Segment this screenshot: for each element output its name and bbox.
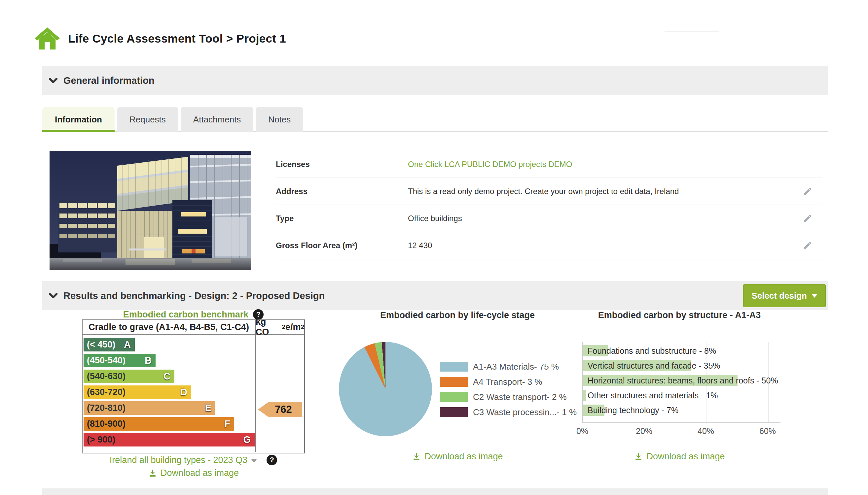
band-letter: B (145, 355, 152, 366)
band-range: (540-630) (84, 371, 126, 381)
lca-project-page: Life Cycle Assessment Tool > Project 1 G… (0, 0, 868, 495)
info-row-3: Gross Floor Area (m²)12 430 (276, 232, 822, 259)
tabs: InformationRequestsAttachmentsNotes (42, 107, 303, 132)
info-row-1: AddressThis is a read only demo project.… (276, 178, 822, 205)
breadcrumb-title[interactable]: Life Cycle Assessment Tool > Project 1 (68, 32, 286, 45)
benchmark-source-link[interactable]: Ireland all building types - 2023 Q3 (110, 455, 247, 465)
results-header[interactable]: Results and benchmarking - Design: 2 - P… (42, 281, 828, 310)
download-icon (148, 468, 157, 478)
axis-tick-label: 40% (698, 426, 714, 436)
benchmark-value: 762 (275, 404, 292, 415)
info-value: Office buildings (408, 214, 462, 223)
benchmark-band-d: (630-720)D (84, 386, 191, 399)
info-label: Address (276, 187, 408, 196)
legend-label: C3 Waste processin...- 1 % (473, 407, 577, 417)
band-range: (810-900) (84, 419, 126, 429)
tab-attachments[interactable]: Attachments (181, 107, 253, 132)
benchmark-band-b: (450-540)B (84, 354, 155, 367)
download-label: Download as image (161, 468, 239, 478)
legend-swatch (440, 392, 468, 402)
legend-label: C2 Waste transport- 2 % (473, 392, 567, 402)
tab-requests[interactable]: Requests (117, 107, 178, 132)
info-value: This is a read only demo project. Create… (408, 187, 679, 196)
legend-swatch (440, 377, 468, 387)
download-icon (412, 452, 421, 461)
benchmark-source-row: Ireland all building types - 2023 Q3 ? (82, 455, 305, 465)
structure-bar-label: Building technology - 7% (588, 406, 678, 415)
benchmark-header-scope: Cradle to grave (A1-A4, B4-B5, C1-C4) (83, 320, 255, 334)
info-row-0: LicensesOne Click LCA PUBLIC DEMO projec… (276, 151, 822, 178)
benchmark-table-header: Cradle to grave (A1-A4, B4-B5, C1-C4) kg… (83, 320, 304, 335)
download-label: Download as image (646, 451, 725, 462)
lifecycle-pie-chart (339, 342, 432, 436)
structure-bar-label: Foundations and substructure - 8% (588, 346, 716, 356)
legend-item-0[interactable]: A1-A3 Materials- 75 % (440, 359, 577, 374)
info-row-2: TypeOffice buildings (276, 205, 822, 232)
benchmark-bands: (< 450)A(450-540)B(540-630)C(630-720)D(7… (84, 338, 255, 449)
legend-item-2[interactable]: C2 Waste transport- 2 % (440, 389, 577, 405)
info-label: Type (276, 214, 408, 223)
band-letter: F (224, 419, 230, 429)
general-information-header[interactable]: General information (42, 66, 828, 95)
axis-tick-label: 20% (636, 426, 652, 436)
legend-item-1[interactable]: A4 Transport- 3 % (440, 374, 577, 389)
info-label: Gross Floor Area (m²) (276, 241, 408, 250)
project-photo (50, 151, 251, 270)
structure-chart-title: Embodied carbon by structure - A1-A3 (580, 310, 779, 321)
info-value-link[interactable]: One Click LCA PUBLIC DEMO projects DEMO (408, 160, 572, 169)
band-range: (630-720) (84, 387, 126, 397)
unit-text: kg CO (256, 317, 282, 337)
download-label: Download as image (424, 451, 503, 462)
structure-bar-label: Horizontal structures: beams, floors and… (588, 376, 778, 386)
band-letter: C (163, 371, 170, 382)
tab-information[interactable]: Information (42, 107, 115, 132)
next-section-bar (42, 489, 828, 495)
benchmark-title: Embodied carbon benchmark (123, 309, 249, 320)
unit-sup: 2 (300, 323, 304, 331)
edit-pencil-icon[interactable] (803, 214, 813, 223)
band-letter: D (180, 387, 187, 398)
structure-bar-3 (583, 390, 586, 401)
structure-bar-label: Vertical structures and facade - 35% (588, 361, 720, 371)
band-letter: G (243, 434, 251, 445)
band-range: (> 900) (84, 434, 115, 445)
benchmark-body: (< 450)A(450-540)B(540-630)C(630-720)D(7… (83, 335, 304, 452)
info-value: 12 430 (408, 241, 432, 250)
benchmark-band-e: (720-810)E (84, 401, 215, 415)
band-range: (720-810) (84, 403, 126, 413)
edit-pencil-icon[interactable] (803, 186, 813, 197)
benchmark-band-f: (810-900)F (84, 417, 234, 431)
structure-bar-chart: Foundations and substructure - 8%Vertica… (582, 342, 781, 423)
tab-notes[interactable]: Notes (256, 107, 303, 132)
section-title-results: Results and benchmarking - Design: 2 - P… (63, 290, 325, 301)
structure-download-link[interactable]: Download as image (580, 451, 779, 462)
legend-label: A1-A3 Materials- 75 % (473, 362, 559, 372)
legend-item-3[interactable]: C3 Waste processin...- 1 % (440, 405, 577, 420)
benchmark-download-link[interactable]: Download as image (82, 468, 305, 478)
select-design-label: Select design (751, 291, 807, 301)
pie-legend: A1-A3 Materials- 75 %A4 Transport- 3 %C2… (440, 359, 577, 420)
caret-down-icon[interactable] (251, 459, 257, 463)
faint-divider (665, 31, 719, 32)
band-range: (450-540) (84, 355, 126, 365)
edit-pencil-icon[interactable] (803, 241, 813, 251)
legend-swatch (440, 407, 468, 417)
pie-download-link[interactable]: Download as image (340, 451, 575, 462)
benchmark-band-c: (540-630)C (84, 370, 175, 383)
benchmark-value-column: 762 (255, 335, 304, 452)
page-header: Life Cycle Assessment Tool > Project 1 (34, 27, 286, 50)
legend-swatch (440, 362, 468, 372)
benchmark-value-arrow: 762 (258, 402, 302, 417)
structure-bar-label: Other structures and materials - 1% (588, 391, 718, 400)
select-design-button[interactable]: Select design (743, 284, 826, 307)
benchmark-table: Cradle to grave (A1-A4, B4-B5, C1-C4) kg… (82, 320, 305, 454)
help-icon[interactable]: ? (266, 455, 277, 465)
axis-tick-label: 60% (759, 426, 776, 436)
benchmark-header-unit: kg CO2e/m2 (255, 320, 304, 334)
project-info-table: LicensesOne Click LCA PUBLIC DEMO projec… (276, 151, 822, 259)
benchmark-band-a: (< 450)A (84, 338, 135, 352)
band-letter: E (205, 403, 211, 413)
chevron-down-icon (49, 293, 58, 298)
band-range: (< 450) (84, 340, 115, 350)
home-icon[interactable] (34, 27, 60, 50)
